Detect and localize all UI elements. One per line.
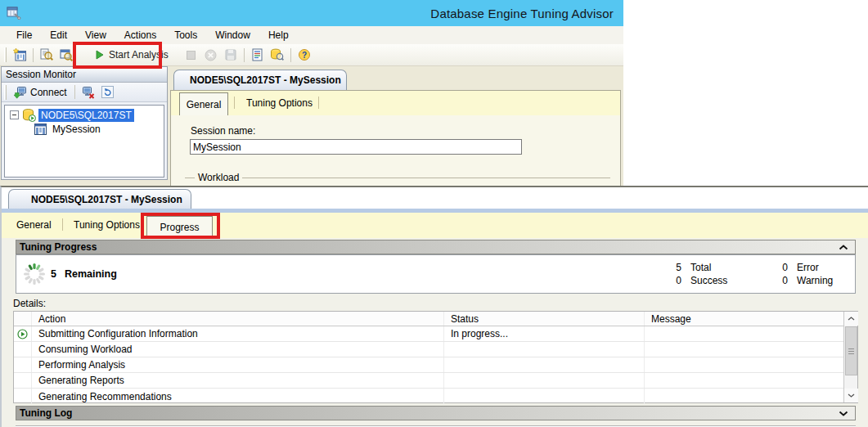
reports-button[interactable] [248,45,268,65]
tab-strip: General Tuning Options Progress [2,213,868,238]
total-value: 5 [667,262,681,273]
success-label: Success [690,275,727,286]
help-button[interactable]: ? [295,45,314,65]
window-title: Database Engine Tuning Advisor [430,7,614,20]
menu-help[interactable]: Help [259,28,298,43]
action-cell: Consuming Workload [32,342,444,357]
menu-file[interactable]: File [7,28,41,43]
find-document-icon [40,48,53,61]
warning-value: 0 [773,275,788,286]
status-cell [444,342,645,357]
connect-button[interactable]: Connect [10,83,71,101]
dta-main-window: Database Engine Tuning Advisor File Edit… [0,0,623,186]
session-node-label[interactable]: MySession [50,123,103,136]
table-row[interactable]: Submitting Configuration Information In … [14,326,844,342]
message-column-header[interactable]: Message [645,312,844,326]
table-row[interactable]: Consuming Workload [14,342,844,357]
tuning-log-title: Tuning Log [20,407,72,419]
action-cell: Submitting Configuration Information [32,326,444,341]
session-monitor-panel: Session Monitor [1,66,168,180]
table-row[interactable]: Generating Reports [14,373,844,389]
collapse-chevron-icon[interactable] [839,245,848,250]
action-cell: Performing Analysis [32,357,444,372]
scrollbar-thumb[interactable] [845,326,857,375]
message-cell [645,373,844,388]
status-cell: In progress... [444,326,645,341]
server-node-label[interactable]: NODE5\SQL2017ST [38,109,134,122]
tree-row-session[interactable]: MySession [5,122,164,136]
stop-icon [187,51,196,60]
expand-chevron-icon[interactable] [839,411,848,416]
general-page: General Tuning Options Session name: Wor… [170,90,621,186]
start-analysis-label: Start Analysis [109,49,169,61]
tuning-progress-header[interactable]: Tuning Progress [16,240,856,254]
action-column-header[interactable]: Action [32,312,444,326]
in-progress-icon [17,329,28,339]
status-icon-column-header[interactable] [14,312,32,326]
menu-view[interactable]: View [76,28,115,43]
new-session-button[interactable] [10,45,29,65]
report-icon [251,48,264,61]
tab-tuning-options[interactable]: Tuning Options [74,219,140,231]
message-cell [645,357,844,372]
document-tab[interactable]: NODE5\SQL2017ST - MySession [173,70,347,90]
tree-row-server[interactable]: NODE5\SQL2017ST [5,108,164,122]
progress-page: Tuning Progress [2,238,868,427]
start-analysis-button[interactable]: Start Analysis [89,45,175,65]
help-icon: ? [298,48,311,61]
toolbar-separator [290,48,291,62]
table-row[interactable]: Generating Recommendations [14,389,844,404]
vertical-scrollbar[interactable] [843,312,857,402]
connect-icon [14,86,27,99]
menu-tools[interactable]: Tools [165,28,206,43]
tab-progress[interactable]: Progress [146,216,213,238]
tab-tuning-options[interactable]: Tuning Options [246,97,313,109]
tab-strip: General Tuning Options [171,91,620,115]
document-tab-label: NODE5\SQL2017ST - MySession [31,194,182,205]
title-bar: Database Engine Tuning Advisor [0,0,623,26]
session-name-label: Session name: [191,125,255,137]
document-tab-label: NODE5\SQL2017ST - MySession [190,74,341,86]
document-tab[interactable]: NODE5\SQL2017ST - MySession [8,189,191,209]
details-label: Details: [13,298,46,309]
refresh-icon [101,86,114,98]
stats-column-left: 5 Total 0 Success [667,261,727,287]
table-row[interactable]: Performing Analysis [14,357,844,373]
toolbar-separator [33,48,34,62]
message-cell [645,389,844,404]
message-cell [645,326,844,341]
refresh-button[interactable] [98,83,118,102]
tab-general[interactable]: General [179,92,228,115]
open-session-button[interactable] [37,45,56,65]
scroll-up-icon[interactable] [844,312,858,326]
menu-edit[interactable]: Edit [41,28,76,43]
connect-label: Connect [30,87,67,98]
workload-label: Workload [195,172,242,183]
menu-actions[interactable]: Actions [115,28,165,43]
scroll-down-icon[interactable] [844,389,858,402]
database-server-icon [22,109,36,122]
stats-column-right: 0 Error 0 Warning [773,261,833,287]
details-table: Action Status Message Submitting Configu [13,311,858,403]
session-monitor-header: Session Monitor [2,67,167,83]
status-cell [444,389,645,404]
save-icon [224,48,237,61]
status-column-header[interactable]: Status [444,312,645,326]
tab-general[interactable]: General [16,219,52,231]
view-session-button[interactable] [56,45,76,65]
disconnect-button[interactable] [79,83,98,102]
menu-window[interactable]: Window [206,28,259,43]
tuning-options-button[interactable] [268,45,287,65]
document-area: NODE5\SQL2017ST - MySession General Tuni… [168,66,623,186]
new-session-icon [13,48,27,61]
progress-spinner-icon [23,263,46,285]
svg-text:?: ? [302,51,307,60]
screenshot-canvas: Database Engine Tuning Advisor File Edit… [0,0,868,427]
tuning-log-header[interactable]: Tuning Log [16,406,856,420]
cancel-button[interactable] [201,45,221,65]
session-name-input[interactable] [190,139,522,155]
status-cell [444,357,645,372]
save-button[interactable] [221,45,241,65]
expander-icon[interactable] [10,110,19,119]
stop-analysis-button[interactable] [182,45,201,65]
